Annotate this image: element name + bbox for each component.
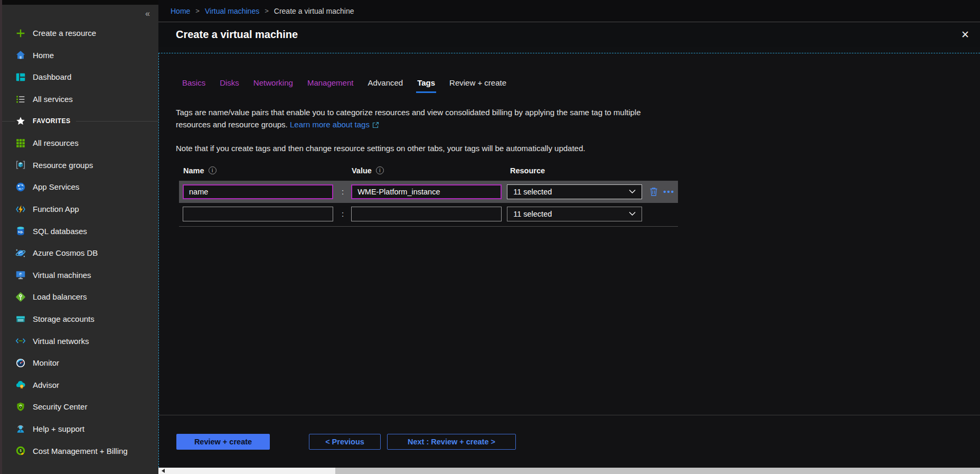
content-area: Home > Virtual machines > Create a virtu…	[158, 0, 980, 474]
tab-review-create[interactable]: Review + create	[449, 78, 506, 93]
sidebar-item-label: Cost Management + Billing	[33, 447, 128, 456]
delete-tag-button[interactable]	[649, 187, 658, 197]
name-value-separator: :	[342, 187, 344, 196]
sidebar-item-storage-accounts[interactable]: Storage accounts	[2, 308, 158, 330]
app-services-globe-icon	[15, 181, 26, 193]
dashboard-icon	[15, 71, 26, 83]
learn-more-link[interactable]: Learn more about tags	[290, 120, 370, 129]
azure-portal-window: « Create a resource Home Dashboard All s…	[0, 0, 980, 474]
sidebar-item-label: Function App	[33, 205, 79, 213]
network-brackets-icon	[15, 335, 26, 347]
tab-networking[interactable]: Networking	[253, 78, 293, 93]
resource-dropdown-value: 11 selected	[513, 188, 552, 196]
sidebar: « Create a resource Home Dashboard All s…	[2, 5, 158, 474]
tags-description-text: Tags are name/value pairs that enable yo…	[176, 108, 641, 129]
close-icon[interactable]: ✕	[961, 30, 969, 40]
breadcrumb-link-home[interactable]: Home	[171, 7, 190, 15]
gauge-icon	[15, 357, 26, 369]
breadcrumb-separator-icon: >	[265, 7, 269, 15]
sidebar-item-label: Dashboard	[33, 72, 71, 81]
tag-value-input[interactable]	[351, 207, 502, 221]
svg-text:$: $	[20, 449, 22, 453]
table-divider	[179, 226, 678, 227]
breadcrumb-separator-icon: >	[195, 7, 200, 15]
sidebar-item-advisor[interactable]: Advisor	[2, 374, 158, 396]
tab-disks[interactable]: Disks	[220, 78, 239, 93]
sidebar-item-create-a-resource[interactable]: Create a resource	[2, 22, 158, 44]
previous-button[interactable]: < Previous	[309, 434, 381, 450]
window-edge-strip	[0, 0, 2, 474]
horizontal-scrollbar[interactable]	[158, 468, 980, 474]
support-person-icon	[15, 423, 26, 434]
sidebar-collapse-button[interactable]: «	[145, 10, 150, 18]
sidebar-item-label: Create a resource	[33, 29, 96, 38]
sidebar-item-load-balancers[interactable]: Load balancers	[2, 286, 158, 308]
scroll-left-arrow-icon[interactable]	[162, 469, 165, 473]
plus-icon	[15, 27, 26, 39]
create-vm-panel: Basics Disks Networking Management Advan…	[158, 53, 980, 468]
sidebar-item-all-services[interactable]: All services	[2, 88, 158, 110]
sidebar-item-azure-cosmos-db[interactable]: Azure Cosmos DB	[2, 242, 158, 264]
page-header: Create a virtual machine ✕	[158, 22, 980, 47]
sidebar-item-app-services[interactable]: App Services	[2, 176, 158, 198]
planet-icon	[15, 247, 26, 259]
more-options-icon[interactable]: •••	[663, 188, 675, 196]
sidebar-item-label: All services	[33, 95, 73, 104]
breadcrumb-current: Create a virtual machine	[274, 7, 354, 15]
cost-donut-icon: $	[15, 445, 26, 457]
tag-row-2: : 11 selected	[179, 206, 678, 222]
tab-tags[interactable]: Tags	[417, 78, 435, 93]
star-icon	[15, 115, 26, 127]
sidebar-item-dashboard[interactable]: Dashboard	[2, 66, 158, 88]
review-create-button[interactable]: Review + create	[176, 434, 270, 450]
grid-icon	[15, 137, 26, 149]
sidebar-item-label: Load balancers	[33, 292, 87, 301]
column-header-value: Value i	[352, 166, 510, 175]
sidebar-item-resource-groups[interactable]: Resource groups	[2, 154, 158, 176]
sidebar-item-label: All resources	[33, 138, 79, 147]
sidebar-item-home[interactable]: Home	[2, 44, 158, 67]
sidebar-item-function-app[interactable]: Function App	[2, 198, 158, 220]
tag-table: Name i Value i Resource :	[179, 166, 980, 227]
sidebar-item-label: Monitor	[33, 358, 59, 367]
sidebar-item-label: Virtual networks	[33, 337, 89, 346]
tag-name-input[interactable]	[183, 207, 333, 221]
sidebar-item-label: Resource groups	[33, 161, 93, 170]
resource-dropdown[interactable]: 11 selected	[507, 184, 642, 199]
panel-footer: Review + create < Previous Next : Review…	[159, 415, 980, 468]
lightning-icon	[15, 203, 26, 215]
svg-text:SQL: SQL	[18, 230, 23, 234]
top-edge-bar	[0, 0, 158, 5]
sidebar-item-cost-management-billing[interactable]: $ Cost Management + Billing	[2, 440, 158, 462]
tag-value-input[interactable]	[351, 184, 502, 199]
sidebar-item-sql-databases[interactable]: SQL SQL databases	[2, 220, 158, 242]
home-icon	[15, 49, 26, 61]
sidebar-item-label: Home	[33, 51, 54, 60]
shield-lock-icon	[15, 401, 26, 413]
sidebar-item-all-resources[interactable]: All resources	[2, 132, 158, 154]
sidebar-item-virtual-networks[interactable]: Virtual networks	[2, 330, 158, 352]
chevron-down-icon	[629, 189, 636, 194]
tags-note: Note that if you create tags and then ch…	[176, 144, 980, 153]
sidebar-item-label: Storage accounts	[33, 314, 95, 323]
tab-management[interactable]: Management	[307, 78, 354, 93]
tag-name-input[interactable]	[183, 184, 333, 199]
resource-dropdown-value: 11 selected	[513, 210, 552, 218]
sidebar-item-help-support[interactable]: Help + support	[2, 418, 158, 440]
sidebar-item-label: Virtual machines	[33, 271, 91, 280]
external-link-icon	[372, 119, 379, 132]
sidebar-item-security-center[interactable]: Security Center	[2, 396, 158, 418]
info-icon[interactable]: i	[209, 166, 216, 174]
tab-advanced[interactable]: Advanced	[368, 78, 403, 93]
breadcrumb-link-virtual-machines[interactable]: Virtual machines	[205, 7, 259, 15]
resource-dropdown[interactable]: 11 selected	[507, 207, 642, 221]
sidebar-item-virtual-machines[interactable]: Virtual machines	[2, 264, 158, 286]
sidebar-item-label: Help + support	[33, 424, 84, 433]
sidebar-item-monitor[interactable]: Monitor	[2, 352, 158, 374]
next-button[interactable]: Next : Review + create >	[387, 434, 516, 450]
column-header-name: Name i	[183, 166, 352, 175]
info-icon[interactable]: i	[376, 166, 384, 174]
sidebar-item-label: Security Center	[33, 402, 87, 411]
tab-basics[interactable]: Basics	[182, 78, 205, 93]
scrollbar-thumb[interactable]	[158, 468, 335, 474]
